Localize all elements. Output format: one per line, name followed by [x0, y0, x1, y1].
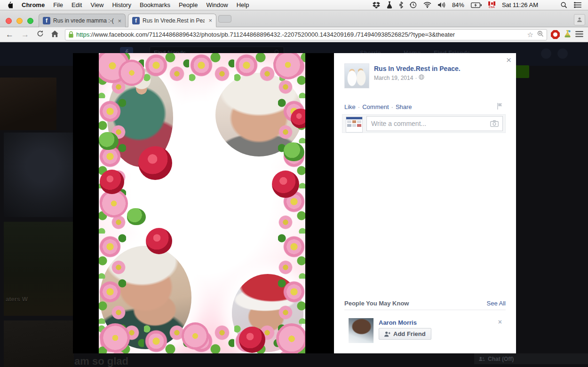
menu-file[interactable]: File	[49, 0, 67, 10]
csa-app-icon[interactable]: CSA	[488, 1, 495, 8]
menu-help[interactable]: Help	[232, 0, 254, 10]
bluetooth-icon[interactable]	[399, 1, 403, 8]
post-text-dimmed: am so glad	[74, 355, 128, 367]
wifi-icon[interactable]	[423, 2, 431, 8]
photo-thumbnail-dimmed	[0, 78, 56, 130]
volume-icon[interactable]	[438, 2, 445, 8]
tab-title: Rus in vrede mamma :-( - S	[53, 17, 114, 24]
theater-photo-stage	[73, 53, 334, 353]
photo-thumbnail-dimmed	[4, 133, 74, 217]
window-minimize-button[interactable]	[16, 18, 23, 24]
window-zoom-button[interactable]	[27, 18, 33, 24]
thumbnail-caption-dimmed: aters W	[6, 296, 28, 303]
menu-bar-clock[interactable]: Sat 11:26 AM	[502, 1, 538, 8]
apple-menu-icon[interactable]	[0, 1, 17, 8]
chrome-menu-icon[interactable]	[575, 31, 583, 39]
address-bar[interactable]: https://www.facebook.com/711244868896432…	[65, 29, 547, 40]
window-close-button[interactable]	[6, 18, 12, 24]
back-button[interactable]: ←	[2, 30, 17, 39]
flower-decoration	[119, 60, 145, 86]
theater-close-icon[interactable]: ×	[506, 55, 511, 65]
facebook-favicon: f	[43, 17, 50, 24]
padlock-icon[interactable]	[68, 31, 74, 38]
url-scheme: https	[76, 31, 89, 38]
flower-decoration	[273, 53, 302, 79]
bookmark-star-icon[interactable]: ☆	[527, 31, 533, 39]
app-flask-icon[interactable]	[387, 1, 392, 8]
tab-title: Rus In Vrede.Rest in Peace	[143, 17, 205, 24]
like-link[interactable]: Like	[344, 103, 356, 110]
photo-thumbnail-dimmed	[4, 320, 74, 367]
flask-extension-icon[interactable]	[564, 30, 571, 39]
pymk-header: People You May Know	[344, 300, 409, 307]
chat-bar[interactable]: Chat (Off)	[474, 353, 588, 364]
report-flag-icon[interactable]	[496, 103, 503, 111]
page-avatar-angels[interactable]	[344, 63, 369, 88]
url-text: ://www.facebook.com/711244868896432/phot…	[89, 31, 455, 38]
memorial-photo[interactable]	[99, 53, 305, 353]
new-tab-button[interactable]	[218, 15, 231, 23]
commenter-avatar[interactable]	[346, 117, 363, 133]
page-name-link[interactable]: Rus In Vrede.Rest in Peace.	[374, 65, 461, 72]
menu-window[interactable]: Window	[202, 0, 232, 10]
photo-thumbnail-dimmed: aters W	[4, 222, 74, 316]
add-friend-label: Add Friend	[393, 330, 426, 337]
menu-bookmarks[interactable]: Bookmarks	[135, 0, 175, 10]
rose-decoration	[239, 327, 265, 353]
suggested-friend-name[interactable]: Aaron Morris	[379, 319, 417, 326]
home-button[interactable]	[48, 30, 62, 39]
chrome-tab-strip: f Rus in vrede mamma :-( - S × f Rus In …	[0, 10, 588, 27]
spotlight-icon[interactable]	[561, 2, 567, 8]
tab-rus-in-vrede-mamma[interactable]: f Rus in vrede mamma :-( - S ×	[39, 14, 126, 27]
macos-menu-bar: Chrome File Edit View History Bookmarks …	[0, 0, 588, 10]
zoom-page-icon[interactable]	[537, 31, 544, 39]
leaf-decoration	[99, 132, 119, 150]
dot-separator: ·	[358, 103, 360, 110]
divider	[344, 310, 506, 310]
chat-label: Chat (Off)	[488, 356, 514, 362]
camera-icon[interactable]	[490, 120, 499, 129]
comment-link[interactable]: Comment	[362, 103, 389, 110]
comment-composer	[342, 114, 506, 133]
flower-decoration	[101, 323, 130, 352]
facebook-page-content: f Find friends Sherrie Home Find Friends…	[0, 42, 588, 367]
tab-close-icon[interactable]: ×	[208, 17, 212, 24]
menu-people[interactable]: People	[175, 0, 202, 10]
rose-decoration	[100, 170, 124, 194]
menu-history[interactable]: History	[108, 0, 135, 10]
nav-icon-dimmed	[541, 48, 551, 59]
flower-decoration	[182, 322, 209, 350]
time-machine-icon[interactable]	[410, 1, 417, 8]
dot-separator: ·	[415, 75, 417, 81]
flower-decoration	[276, 323, 305, 353]
battery-icon	[471, 2, 482, 8]
menu-view[interactable]: View	[86, 0, 108, 10]
menu-edit[interactable]: Edit	[67, 0, 86, 10]
dismiss-suggestion-icon[interactable]: ×	[498, 318, 502, 326]
share-link[interactable]: Share	[396, 103, 412, 110]
browser-profile-button[interactable]	[574, 14, 585, 25]
tab-close-icon[interactable]: ×	[118, 17, 121, 24]
comment-input[interactable]	[366, 116, 503, 131]
battery-percent: 84%	[452, 1, 464, 8]
see-all-link[interactable]: See All	[487, 300, 506, 307]
theater-side-panel: × Rus In Vrede.Rest in Peace. March 19, …	[334, 53, 516, 353]
suggested-friend-avatar[interactable]	[349, 318, 373, 343]
forward-button[interactable]: →	[17, 30, 33, 39]
rose-decoration	[146, 228, 172, 254]
facebook-favicon: f	[132, 17, 140, 24]
screen: Chrome File Edit View History Bookmarks …	[0, 0, 588, 367]
nav-icon-dimmed	[557, 48, 568, 59]
dropbox-icon[interactable]	[373, 2, 380, 8]
chrome-toolbar: ← → https://www.facebook.com/71124486889…	[0, 27, 588, 42]
tab-rus-in-vrede-rest-in-peace[interactable]: f Rus In Vrede.Rest in Peace ×	[128, 14, 216, 27]
notification-center-icon[interactable]	[574, 2, 581, 8]
rose-decoration	[138, 146, 172, 180]
reload-button[interactable]	[33, 30, 48, 39]
menu-chrome[interactable]: Chrome	[17, 0, 49, 10]
dimmed-page-button	[515, 65, 529, 78]
adblock-extension-icon[interactable]	[551, 30, 560, 39]
photo-date[interactable]: March 19, 2014	[374, 75, 413, 81]
add-friend-button[interactable]: Add Friend	[379, 328, 431, 340]
leaf-decoration	[284, 142, 304, 161]
